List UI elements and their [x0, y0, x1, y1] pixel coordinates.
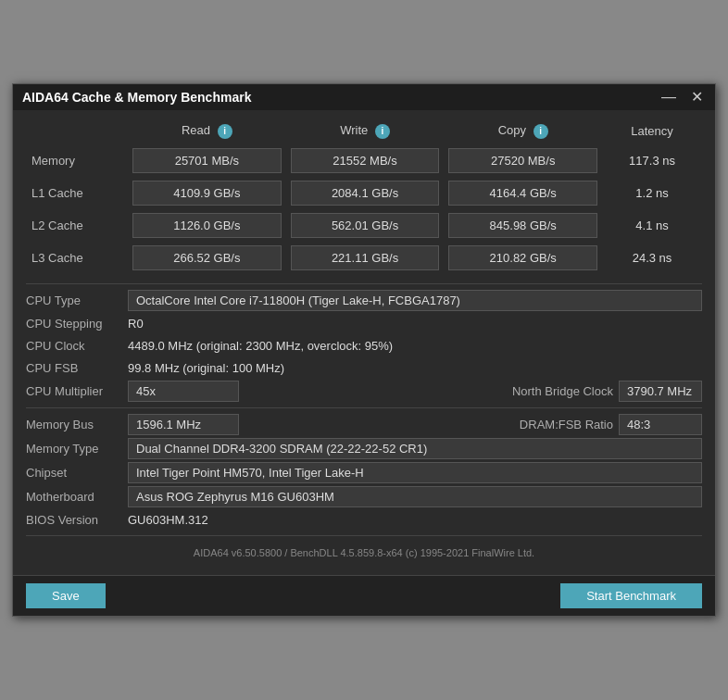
- col-spacer: [26, 119, 128, 144]
- section-divider-2: [26, 407, 702, 408]
- table-row: L1 Cache 4109.9 GB/s 2084.1 GB/s 4164.4 …: [26, 177, 702, 209]
- row-read-0: 25701 MB/s: [128, 144, 286, 177]
- table-row: Memory 25701 MB/s 21552 MB/s 27520 MB/s …: [26, 144, 702, 177]
- cpu-info-section: CPU Type OctalCore Intel Core i7-11800H …: [26, 290, 702, 402]
- memory-type-row: Memory Type Dual Channel DDR4-3200 SDRAM…: [26, 438, 702, 459]
- north-bridge-clock-value: 3790.7 MHz: [619, 381, 702, 402]
- memory-info-section: Memory Bus 1596.1 MHz DRAM:FSB Ratio 48:…: [26, 414, 702, 530]
- row-copy-1: 4164.4 GB/s: [444, 177, 602, 209]
- cpu-multiplier-value: 45x: [128, 381, 239, 402]
- bottom-bar: Save Start Benchmark: [13, 575, 715, 616]
- col-write-header: Write i: [286, 119, 445, 144]
- row-label-1: L1 Cache: [26, 177, 128, 209]
- title-bar: AIDA64 Cache & Memory Benchmark — ✕: [13, 84, 715, 110]
- benchmark-table: Read i Write i Copy i Latency Memory: [26, 119, 702, 274]
- memory-bus-label: Memory Bus: [26, 418, 128, 431]
- memory-type-value: Dual Channel DDR4-3200 SDRAM (22-22-22-5…: [128, 438, 702, 459]
- row-label-3: L3 Cache: [26, 242, 128, 274]
- write-info-icon[interactable]: i: [375, 124, 390, 139]
- row-write-3: 221.11 GB/s: [286, 242, 445, 274]
- window-title: AIDA64 Cache & Memory Benchmark: [22, 90, 251, 105]
- dram-fsb-ratio-value: 48:3: [619, 414, 702, 435]
- col-read-header: Read i: [128, 119, 286, 144]
- table-row: L2 Cache 1126.0 GB/s 562.01 GB/s 845.98 …: [26, 209, 702, 242]
- cpu-stepping-row: CPU Stepping R0: [26, 314, 702, 333]
- cpu-clock-label: CPU Clock: [26, 339, 128, 353]
- cpu-fsb-label: CPU FSB: [26, 361, 128, 375]
- row-label-2: L2 Cache: [26, 209, 128, 242]
- memory-bus-row: Memory Bus 1596.1 MHz DRAM:FSB Ratio 48:…: [26, 414, 702, 435]
- save-button[interactable]: Save: [26, 583, 106, 608]
- bios-value: GU603HM.312: [128, 510, 208, 530]
- cpu-type-row: CPU Type OctalCore Intel Core i7-11800H …: [26, 290, 702, 311]
- cpu-stepping-label: CPU Stepping: [26, 317, 128, 331]
- row-write-2: 562.01 GB/s: [286, 209, 445, 242]
- footer-info: AIDA64 v6.50.5800 / BenchDLL 4.5.859.8-x…: [26, 542, 702, 566]
- chipset-value: Intel Tiger Point HM570, Intel Tiger Lak…: [128, 462, 702, 483]
- north-bridge-clock-label: North Bridge Clock: [512, 384, 613, 398]
- dram-fsb-ratio-label: DRAM:FSB Ratio: [520, 418, 613, 431]
- cpu-fsb-row: CPU FSB 99.8 MHz (original: 100 MHz): [26, 358, 702, 378]
- row-latency-2: 4.1 ns: [602, 209, 702, 242]
- memory-type-label: Memory Type: [26, 442, 128, 456]
- cpu-clock-row: CPU Clock 4489.0 MHz (original: 2300 MHz…: [26, 336, 702, 356]
- row-copy-2: 845.98 GB/s: [444, 209, 602, 242]
- col-copy-header: Copy i: [444, 119, 602, 144]
- row-copy-0: 27520 MB/s: [444, 144, 602, 177]
- row-read-1: 4109.9 GB/s: [128, 177, 286, 209]
- row-copy-3: 210.82 GB/s: [444, 242, 602, 274]
- cpu-multiplier-row: CPU Multiplier 45x North Bridge Clock 37…: [26, 381, 702, 402]
- row-latency-1: 1.2 ns: [602, 177, 702, 209]
- bios-row: BIOS Version GU603HM.312: [26, 510, 702, 530]
- row-read-3: 266.52 GB/s: [128, 242, 286, 274]
- motherboard-row: Motherboard Asus ROG Zephyrus M16 GU603H…: [26, 486, 702, 507]
- copy-info-icon[interactable]: i: [533, 124, 548, 139]
- cpu-fsb-value: 99.8 MHz (original: 100 MHz): [128, 358, 284, 378]
- minimize-button[interactable]: —: [659, 90, 679, 105]
- row-latency-3: 24.3 ns: [602, 242, 702, 274]
- row-latency-0: 117.3 ns: [602, 144, 702, 177]
- start-benchmark-button[interactable]: Start Benchmark: [560, 583, 702, 608]
- bios-label: BIOS Version: [26, 513, 128, 527]
- memory-bus-value: 1596.1 MHz: [128, 414, 239, 435]
- close-button[interactable]: ✕: [688, 90, 706, 105]
- section-divider-3: [26, 535, 702, 536]
- cpu-stepping-value: R0: [128, 314, 144, 333]
- row-read-2: 1126.0 GB/s: [128, 209, 286, 242]
- chipset-label: Chipset: [26, 466, 128, 480]
- row-label-0: Memory: [26, 144, 128, 177]
- cpu-type-value: OctalCore Intel Core i7-11800H (Tiger La…: [128, 290, 702, 311]
- motherboard-value: Asus ROG Zephyrus M16 GU603HM: [128, 486, 702, 507]
- col-latency-header: Latency: [602, 119, 702, 144]
- window-controls: — ✕: [659, 90, 706, 105]
- cpu-clock-value: 4489.0 MHz (original: 2300 MHz, overcloc…: [128, 336, 393, 356]
- cpu-multiplier-label: CPU Multiplier: [26, 384, 128, 398]
- row-write-1: 2084.1 GB/s: [286, 177, 445, 209]
- table-row: L3 Cache 266.52 GB/s 221.11 GB/s 210.82 …: [26, 242, 702, 274]
- section-divider-1: [26, 283, 702, 284]
- chipset-row: Chipset Intel Tiger Point HM570, Intel T…: [26, 462, 702, 483]
- main-window: AIDA64 Cache & Memory Benchmark — ✕ Read…: [12, 83, 716, 617]
- motherboard-label: Motherboard: [26, 490, 128, 504]
- row-write-0: 21552 MB/s: [286, 144, 445, 177]
- read-info-icon[interactable]: i: [218, 124, 232, 139]
- cpu-type-label: CPU Type: [26, 294, 128, 307]
- content-area: Read i Write i Copy i Latency Memory: [13, 110, 715, 575]
